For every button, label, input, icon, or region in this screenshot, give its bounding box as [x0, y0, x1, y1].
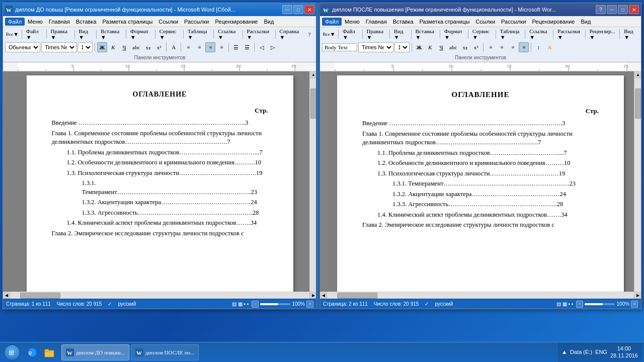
align-center-left[interactable]: ≡ [194, 42, 204, 52]
scroll-thumb-left[interactable] [310, 88, 316, 119]
scroll-right-left[interactable]: ▶ [309, 292, 316, 299]
tb-pravka-left[interactable]: Правка ▼ [48, 29, 72, 39]
minimize-btn-right[interactable]: ─ [607, 5, 617, 14]
font-selector-right[interactable]: Times Ne... [358, 42, 393, 52]
zoom-slider-right[interactable] [585, 303, 615, 305]
taskbar-app-right[interactable]: W диплом ПОСЛЕ по... [131, 344, 199, 360]
tb-file-right[interactable]: Файл ▼ [341, 29, 360, 39]
menu-home-left[interactable]: Главная [46, 18, 73, 26]
tb-recenz-right[interactable]: Рецензир... ▼ [587, 29, 617, 39]
hscrollbar-left[interactable]: ◀ ▶ [3, 292, 316, 299]
tb-format-left[interactable]: Формат ▼ [128, 29, 153, 39]
menu-home-right[interactable]: Главная [363, 18, 390, 26]
vscrollbar-left[interactable]: ▲ [309, 71, 316, 292]
scroll-left-left[interactable]: ◀ [3, 292, 10, 299]
underline-btn-right[interactable]: Ч [436, 42, 446, 52]
font-size-left[interactable]: 16 [77, 42, 93, 52]
menu-refs-left[interactable]: Ссылки [155, 18, 181, 26]
zoom-out-btn-left[interactable]: − [252, 301, 259, 308]
indent-inc-left[interactable]: ▷ [268, 42, 278, 52]
list-btn-left[interactable]: ☰ [231, 42, 241, 52]
tb-table-right[interactable]: Таблица ▼ [498, 29, 523, 39]
tb-vid-right[interactable]: Вид ▼ [392, 29, 409, 39]
color-btn-left[interactable]: A [169, 42, 179, 52]
tb-help-left[interactable]: Справка ▼ [278, 29, 303, 39]
tb-q-left[interactable]: ? [304, 29, 314, 39]
tb-mailing-right[interactable]: Рассылки ▼ [555, 29, 583, 39]
tb-view-right[interactable]: Вид ▼ [622, 29, 639, 39]
align-right-right[interactable]: ≡ [508, 42, 518, 52]
bold-btn-left[interactable]: Ж [97, 42, 107, 52]
zoom-out-btn-right[interactable]: − [576, 301, 583, 308]
strike-btn-right[interactable]: abc [447, 42, 459, 52]
start-button[interactable]: ⊞ [2, 343, 22, 361]
menu-review-right[interactable]: Рецензирование [529, 18, 578, 26]
scroll-left-right[interactable]: ◀ [320, 292, 327, 299]
tb-vid-left[interactable]: Вид ▼ [76, 29, 94, 39]
align-center-right[interactable]: ≡ [497, 42, 507, 52]
vscrollbar-right[interactable]: ▲ [634, 71, 641, 292]
align-just-right[interactable]: ≡ [519, 42, 529, 52]
sup-btn-left[interactable]: x² [154, 42, 164, 52]
scroll-right-right[interactable]: ▶ [634, 292, 641, 299]
tb-insert-left[interactable]: Вставка ▼ [99, 29, 124, 39]
close-btn-right[interactable]: ✕ [629, 5, 639, 14]
tb-links-left[interactable]: Ссылка ▼ [216, 29, 240, 39]
maximize-btn-left[interactable]: □ [293, 5, 303, 14]
zoom-in-btn-right[interactable]: + [631, 301, 638, 308]
sub-btn-left[interactable]: x₂ [143, 42, 153, 52]
taskbar-app-left[interactable]: W диплом ДО повыш... [61, 344, 129, 360]
bold-btn-right[interactable]: Ж [414, 42, 424, 52]
scroll-thumb-right[interactable] [635, 88, 641, 119]
font-size-right[interactable]: 14 [394, 42, 410, 52]
body-text-selector[interactable]: Body Text [322, 43, 357, 51]
menu-mail-left[interactable]: Рассылки [181, 18, 212, 26]
taskbar-folder-icon[interactable] [41, 344, 57, 360]
tb-links-right[interactable]: Ссылка ▼ [527, 29, 551, 39]
menu-menu-right[interactable]: Меню [342, 18, 363, 26]
tb-all-right[interactable]: Все ▼ [322, 29, 336, 39]
tb-insert-right[interactable]: Вставка ▼ [414, 29, 438, 39]
color-btn-right[interactable]: A [544, 42, 554, 52]
underline-btn-left[interactable]: Ч [119, 42, 129, 52]
tb-service-right[interactable]: Сервис ▼ [470, 29, 494, 39]
tb-service-left[interactable]: Сервис ▼ [157, 29, 181, 39]
hscroll-thumb-right[interactable] [337, 293, 377, 299]
tb-pravka-right[interactable]: Правка ▼ [364, 29, 387, 39]
taskbar-ie-icon[interactable]: e [24, 344, 40, 360]
menu-view-right[interactable]: Вид [578, 18, 594, 26]
align-right-left[interactable]: ≡ [205, 42, 215, 52]
maximize-btn-right[interactable]: □ [618, 5, 628, 14]
tb-mailing-left[interactable]: Рассылки ▼ [245, 29, 273, 39]
align-justify-left[interactable]: ≡ [216, 42, 226, 52]
italic-btn-right[interactable]: К [425, 42, 435, 52]
align-left-left[interactable]: ≡ [183, 42, 193, 52]
sub-btn-right[interactable]: x₂ [460, 42, 470, 52]
hscroll-thumb-left[interactable] [20, 293, 60, 299]
menu-review-left[interactable]: Рецензирование [212, 18, 261, 26]
tb-all-left[interactable]: Все ▼ [5, 29, 20, 39]
strikethrough-btn-left[interactable]: abc [130, 42, 142, 52]
close-btn-left[interactable]: ✕ [304, 5, 314, 14]
font-selector-left[interactable]: Times Ne... [41, 42, 76, 52]
tb-format-right[interactable]: Формат ▼ [442, 29, 466, 39]
hscrollbar-right[interactable]: ◀ ▶ [320, 292, 641, 299]
tb-table-left[interactable]: Таблица ▼ [186, 29, 211, 39]
style-selector-left[interactable]: Обычный [5, 42, 40, 52]
menu-layout-left[interactable]: Разметка страницы [100, 18, 156, 26]
sup-btn-right[interactable]: x² [471, 42, 481, 52]
menu-file-left[interactable]: Файл [5, 18, 25, 26]
zoom-in-btn-left[interactable]: + [306, 301, 313, 308]
num-list-btn-left[interactable]: ☰ [242, 42, 252, 52]
tray-show-hidden[interactable]: ▲ [561, 349, 567, 355]
menu-insert-left[interactable]: Вставка [73, 18, 100, 26]
align-left-right[interactable]: ≡ [486, 42, 496, 52]
minimize-btn-left[interactable]: ─ [282, 5, 292, 14]
menu-file-right[interactable]: Файл [322, 18, 342, 26]
scroll-up-right[interactable]: ▲ [634, 71, 641, 78]
help-btn-right[interactable]: ? [596, 5, 606, 14]
menu-layout-right[interactable]: Разметка страницы [417, 18, 473, 26]
menu-insert-right[interactable]: Вставка [390, 18, 417, 26]
tb-file-left[interactable]: Файл ▼ [24, 29, 44, 39]
italic-btn-left[interactable]: К [108, 42, 118, 52]
